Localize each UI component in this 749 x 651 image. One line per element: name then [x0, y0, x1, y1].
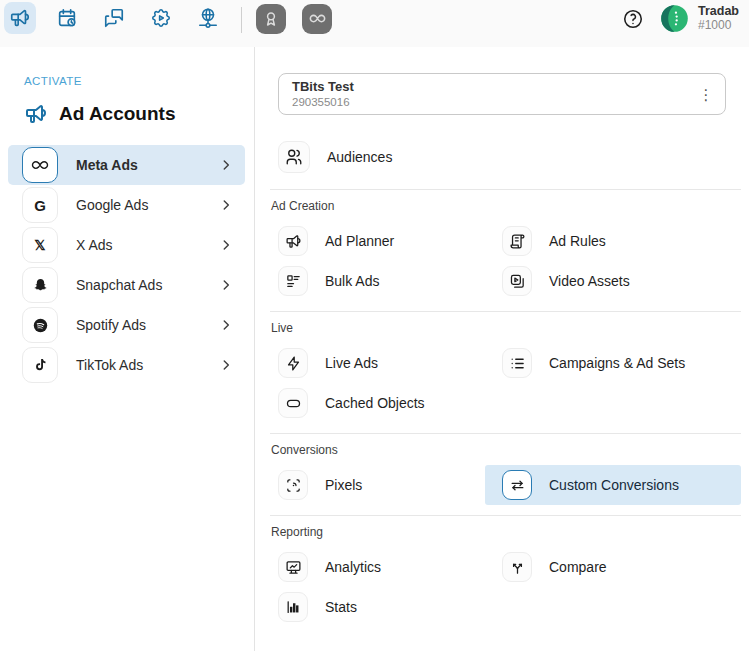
bar-chart-icon [278, 592, 308, 622]
section-ad-creation: Ad Creation Ad Planner Ad Rules [270, 189, 741, 301]
list-details-icon [278, 266, 308, 296]
menu-item-cached-objects[interactable]: Cached Objects [278, 383, 502, 423]
menu-item-analytics[interactable]: Analytics [278, 547, 502, 587]
scroll-icon [502, 226, 532, 256]
account-id: 290355016 [292, 95, 354, 109]
chevron-right-icon [219, 278, 233, 292]
monitor-chart-icon [278, 552, 308, 582]
kebab-menu-icon[interactable]: ⋮ [695, 87, 717, 102]
capsule-icon [278, 388, 308, 418]
menu-item-label: Video Assets [549, 273, 630, 289]
snapchat-ghost-icon [22, 267, 58, 303]
menu-item-label: Campaigns & Ad Sets [549, 355, 685, 371]
menu-item-bulk-ads[interactable]: Bulk Ads [278, 261, 502, 301]
menu-item-label: Custom Conversions [549, 477, 679, 493]
megaphone-icon [24, 102, 48, 126]
sidebar-item-label: Spotify Ads [76, 317, 146, 333]
focus-scan-icon [278, 470, 308, 500]
messages-icon [103, 7, 125, 29]
avatar[interactable] [660, 4, 689, 33]
menu-item-campaigns-ad-sets[interactable]: Campaigns & Ad Sets [485, 343, 741, 383]
menu-item-video-assets[interactable]: Video Assets [485, 261, 741, 301]
menu-item-compare[interactable]: Compare [485, 547, 741, 587]
main-content: TBits Test 290355016 ⋮ Audiences Ad Crea… [255, 47, 749, 651]
sidebar-item-label: Google Ads [76, 197, 148, 213]
sidebar-item-x-ads[interactable]: 𝕏 X Ads [8, 225, 245, 265]
tiktok-note-icon [22, 347, 58, 383]
menu-item-label: Stats [325, 599, 357, 615]
menu-item-live-ads[interactable]: Live Ads [278, 343, 502, 383]
help-button[interactable] [622, 8, 644, 30]
section-title: Conversions [271, 443, 741, 457]
user-name: Tradab [698, 4, 739, 18]
infinity-icon [308, 9, 327, 28]
meta-infinity-icon [22, 147, 58, 183]
sidebar-item-google-ads[interactable]: G Google Ads [8, 185, 245, 225]
sidebar-section-label: ACTIVATE [24, 75, 245, 87]
split-arrows-icon [502, 552, 532, 582]
chevron-right-icon [219, 198, 233, 212]
topbar-divider [241, 7, 242, 33]
automation-nav-button[interactable] [145, 2, 177, 34]
award-app-button[interactable] [256, 4, 286, 34]
sidebar-item-meta-ads[interactable]: Meta Ads [8, 145, 245, 185]
topbar-user-area: Tradab #1000 [622, 2, 739, 33]
messages-nav-button[interactable] [98, 2, 130, 34]
menu-item-label: Bulk Ads [325, 273, 379, 289]
menu-item-label: Ad Rules [549, 233, 606, 249]
menu-item-audiences[interactable]: Audiences [278, 137, 741, 177]
page-title-row: Ad Accounts [24, 102, 245, 126]
account-name: TBits Test [292, 79, 354, 95]
menu-item-label: Live Ads [325, 355, 378, 371]
list-icon [502, 348, 532, 378]
menu-item-label: Pixels [325, 477, 362, 493]
megaphone-icon [278, 226, 308, 256]
transfer-arrows-icon [502, 470, 532, 500]
section-title: Reporting [271, 525, 741, 539]
help-icon [622, 8, 644, 30]
menu-item-custom-conversions[interactable]: Custom Conversions [485, 465, 741, 505]
user-account-id: #1000 [698, 19, 739, 33]
sidebar: ACTIVATE Ad Accounts Meta Ads G Google A… [0, 47, 255, 651]
menu-item-label: Compare [549, 559, 607, 575]
chevron-right-icon [219, 358, 233, 372]
account-info: TBits Test 290355016 [292, 79, 354, 110]
menu-item-ad-planner[interactable]: Ad Planner [278, 221, 502, 261]
sidebar-item-tiktok-ads[interactable]: TikTok Ads [8, 345, 245, 385]
network-globe-icon [197, 7, 219, 29]
settings-automation-icon [150, 7, 172, 29]
spotify-icon [22, 307, 58, 343]
section-title: Ad Creation [271, 199, 741, 213]
x-logo-icon: 𝕏 [22, 227, 58, 263]
sidebar-item-spotify-ads[interactable]: Spotify Ads [8, 305, 245, 345]
menu-item-label: Analytics [325, 559, 381, 575]
award-icon [262, 10, 280, 28]
chevron-right-icon [219, 238, 233, 252]
sidebar-item-label: TikTok Ads [76, 357, 143, 373]
sidebar-item-label: Meta Ads [76, 157, 138, 173]
section-reporting: Reporting Analytics Compare [270, 515, 741, 627]
meta-app-button[interactable] [302, 4, 332, 34]
account-card[interactable]: TBits Test 290355016 ⋮ [278, 73, 726, 115]
menu-item-stats[interactable]: Stats [278, 587, 502, 627]
calendar-event-icon [56, 7, 78, 29]
section-live: Live Live Ads Campaigns & Ad Sets [270, 311, 741, 423]
network-nav-button[interactable] [192, 2, 224, 34]
menu-item-label: Ad Planner [325, 233, 394, 249]
menu-item-ad-rules[interactable]: Ad Rules [485, 221, 741, 261]
sidebar-item-label: Snapchat Ads [76, 277, 162, 293]
sidebar-item-snapchat-ads[interactable]: Snapchat Ads [8, 265, 245, 305]
topbar-nav [4, 2, 348, 34]
chevron-right-icon [219, 158, 233, 172]
section-title: Live [271, 321, 741, 335]
menu-item-pixels[interactable]: Pixels [278, 465, 502, 505]
menu-item-label: Audiences [327, 149, 392, 165]
video-collection-icon [502, 266, 532, 296]
user-info[interactable]: Tradab #1000 [698, 4, 739, 32]
ads-nav-button[interactable] [4, 2, 36, 34]
sidebar-item-label: X Ads [76, 237, 113, 253]
section-conversions: Conversions Pixels Custom Conversions [270, 433, 741, 505]
calendar-nav-button[interactable] [51, 2, 83, 34]
bolt-icon [278, 348, 308, 378]
users-icon [278, 141, 310, 173]
